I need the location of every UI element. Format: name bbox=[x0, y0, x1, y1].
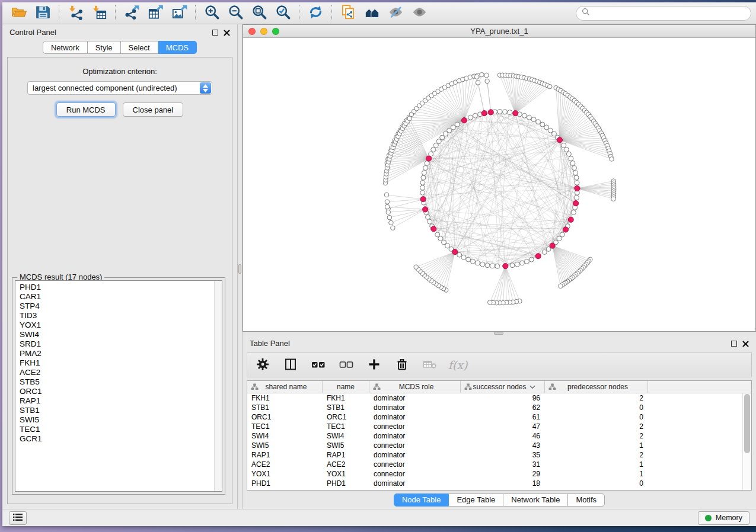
cell-predecessor-nodes[interactable]: 2 bbox=[545, 422, 648, 431]
table-row[interactable]: SWI5SWI5connector431 bbox=[247, 441, 751, 450]
optimization-criterion-select[interactable]: largest connected component (undirected) bbox=[27, 81, 212, 95]
mcds-result-item[interactable]: YOX1 bbox=[20, 321, 210, 330]
cell-predecessor-nodes[interactable]: 0 bbox=[545, 413, 648, 421]
cell-successor-nodes[interactable]: 96 bbox=[461, 394, 545, 402]
cell-predecessor-nodes[interactable]: 1 bbox=[545, 441, 648, 450]
first-neighbors-button[interactable] bbox=[360, 4, 384, 23]
network-graph[interactable] bbox=[243, 38, 755, 331]
run-mcds-button[interactable]: Run MCDS bbox=[56, 102, 116, 117]
show-all-button[interactable] bbox=[407, 4, 431, 23]
cell-shared-name[interactable]: ACE2 bbox=[247, 460, 323, 469]
table-row[interactable]: STB1STB1dominator620 bbox=[247, 403, 751, 412]
mcds-result-item[interactable]: STP4 bbox=[20, 302, 210, 311]
column-header-name[interactable]: name bbox=[323, 381, 369, 393]
copy-network-button[interactable] bbox=[336, 4, 360, 23]
cell-name[interactable]: ORC1 bbox=[323, 413, 369, 421]
export-table-button[interactable] bbox=[143, 4, 167, 23]
mcds-result-item[interactable]: SWI5 bbox=[20, 415, 210, 425]
close-window-button[interactable] bbox=[248, 28, 256, 35]
import-network-button[interactable] bbox=[63, 4, 87, 23]
add-column-button[interactable] bbox=[366, 357, 382, 373]
delete-column-button[interactable] bbox=[394, 357, 410, 373]
tab-node-table[interactable]: Node Table bbox=[394, 493, 449, 507]
mcds-result-item[interactable]: STB5 bbox=[20, 377, 210, 387]
table-row[interactable]: SWI4SWI4dominator462 bbox=[247, 431, 751, 441]
cell-MCDS-role[interactable]: dominator bbox=[369, 432, 461, 440]
column-menu-chevron-icon[interactable] bbox=[529, 383, 535, 391]
mcds-result-item[interactable]: CAR1 bbox=[20, 292, 210, 302]
splitter-grip[interactable] bbox=[494, 332, 503, 335]
cell-shared-name[interactable]: RAP1 bbox=[247, 451, 323, 459]
mcds-result-item[interactable]: ORC1 bbox=[20, 387, 210, 396]
cell-MCDS-role[interactable]: dominator bbox=[369, 479, 461, 488]
cell-shared-name[interactable]: YOX1 bbox=[247, 470, 323, 478]
network-canvas[interactable] bbox=[243, 38, 755, 331]
mcds-result-item[interactable]: PMA2 bbox=[20, 349, 210, 358]
zoom-fit-button[interactable] bbox=[247, 4, 271, 23]
memory-button[interactable]: Memory bbox=[698, 511, 749, 525]
cell-predecessor-nodes[interactable]: 2 bbox=[545, 432, 648, 440]
cell-shared-name[interactable]: ORC1 bbox=[247, 413, 323, 421]
mcds-result-item[interactable]: TEC1 bbox=[20, 425, 210, 434]
cell-MCDS-role[interactable]: dominator bbox=[369, 451, 461, 459]
column-header-predecessor-nodes[interactable]: predecessor nodes bbox=[545, 381, 648, 393]
export-network-button[interactable] bbox=[120, 4, 143, 23]
horizontal-splitter[interactable] bbox=[243, 332, 756, 335]
splitter-grip[interactable] bbox=[238, 264, 241, 274]
table-row[interactable]: TEC1TEC1connector472 bbox=[247, 422, 751, 431]
open-file-button[interactable] bbox=[7, 4, 31, 23]
cell-predecessor-nodes[interactable]: 2 bbox=[545, 394, 648, 402]
mcds-result-item[interactable]: STB1 bbox=[20, 406, 210, 415]
cell-shared-name[interactable]: TEC1 bbox=[247, 422, 323, 431]
cell-predecessor-nodes[interactable]: 1 bbox=[545, 470, 648, 478]
cell-name[interactable]: PHD1 bbox=[323, 479, 369, 488]
cell-MCDS-role[interactable]: dominator bbox=[369, 413, 461, 421]
cell-name[interactable]: SWI5 bbox=[323, 441, 369, 450]
cell-successor-nodes[interactable]: 31 bbox=[461, 460, 545, 469]
cell-shared-name[interactable]: SWI5 bbox=[247, 441, 323, 450]
float-panel-icon[interactable] bbox=[212, 30, 218, 36]
table-row[interactable]: FKH1FKH1dominator962 bbox=[247, 393, 751, 403]
export-image-button[interactable] bbox=[167, 4, 191, 23]
zoom-selected-button[interactable] bbox=[271, 4, 295, 23]
cell-name[interactable]: ACE2 bbox=[323, 460, 369, 469]
mcds-result-item[interactable]: SRD1 bbox=[20, 339, 210, 349]
close-panel-button[interactable]: Close panel bbox=[123, 102, 184, 117]
cell-successor-nodes[interactable]: 46 bbox=[461, 432, 545, 440]
refresh-button[interactable] bbox=[304, 4, 327, 23]
maximize-window-button[interactable] bbox=[272, 28, 279, 35]
tab-style[interactable]: Style bbox=[88, 41, 121, 54]
tab-network-table[interactable]: Network Table bbox=[503, 493, 568, 507]
mcds-result-item[interactable]: PHD1 bbox=[20, 283, 210, 292]
cell-MCDS-role[interactable]: connector bbox=[369, 422, 461, 431]
table-settings-button[interactable] bbox=[254, 357, 271, 373]
mcds-list-scrollbar[interactable] bbox=[214, 281, 222, 491]
deselect-all-rows-button[interactable] bbox=[338, 357, 355, 373]
search-input[interactable] bbox=[593, 9, 745, 18]
zoom-out-button[interactable] bbox=[224, 4, 247, 23]
close-panel-icon[interactable] bbox=[742, 340, 749, 347]
cell-predecessor-nodes[interactable]: 1 bbox=[545, 460, 648, 469]
tab-mcds[interactable]: MCDS bbox=[158, 41, 197, 54]
mcds-result-item[interactable]: GCR1 bbox=[20, 434, 210, 444]
cell-successor-nodes[interactable]: 29 bbox=[461, 470, 545, 478]
tab-network[interactable]: Network bbox=[43, 41, 88, 54]
column-header-successor-nodes[interactable]: successor nodes bbox=[461, 381, 545, 393]
cell-MCDS-role[interactable]: dominator bbox=[369, 403, 461, 412]
cell-predecessor-nodes[interactable]: 0 bbox=[545, 479, 648, 488]
cell-predecessor-nodes[interactable]: 0 bbox=[545, 403, 648, 412]
cell-shared-name[interactable]: STB1 bbox=[247, 403, 323, 412]
table-row[interactable]: YOX1YOX1connector291 bbox=[247, 469, 751, 479]
scrollbar-thumb[interactable] bbox=[744, 394, 750, 453]
close-panel-icon[interactable] bbox=[224, 29, 230, 36]
cell-shared-name[interactable]: PHD1 bbox=[247, 479, 323, 488]
save-session-button[interactable] bbox=[31, 4, 55, 23]
cell-name[interactable]: SWI4 bbox=[323, 432, 369, 440]
cell-name[interactable]: FKH1 bbox=[323, 394, 369, 402]
table-row[interactable]: RAP1RAP1dominator352 bbox=[247, 450, 751, 460]
tab-edge-table[interactable]: Edge Table bbox=[449, 493, 503, 507]
mcds-result-item[interactable]: FKH1 bbox=[20, 358, 210, 368]
cell-shared-name[interactable]: FKH1 bbox=[247, 394, 323, 402]
mcds-result-item[interactable]: RAP1 bbox=[20, 396, 210, 406]
column-header-shared-name[interactable]: shared name bbox=[247, 381, 323, 393]
